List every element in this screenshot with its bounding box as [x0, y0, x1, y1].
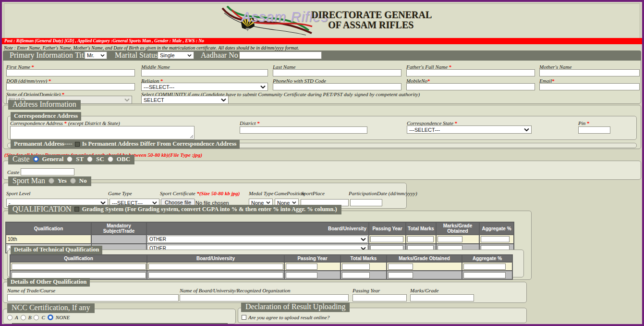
religion-select[interactable]: ---SELECT---: [141, 83, 268, 91]
other-passing-year-input[interactable]: [352, 294, 407, 301]
trade-course-input[interactable]: [7, 294, 179, 301]
board-org-label: Name of Board/University/Recognized Orga…: [180, 288, 290, 293]
declaration-checkbox[interactable]: [242, 315, 246, 320]
qualification-legend: QUALIFICATION Grading System (For Gradin…: [8, 205, 341, 214]
chevron-down-icon: [292, 201, 296, 204]
assam-rifles-logo: Assam Rifles DIRECTORATE GENERAL OF ASSA…: [221, 5, 423, 37]
aggregate-input-row1[interactable]: [481, 236, 510, 242]
grading-system-checkbox[interactable]: [74, 207, 79, 212]
tech-marks-grade-input-row2[interactable]: [388, 272, 413, 278]
permanent-address-legend: Permanent Address---- Is Permanent Addre…: [11, 140, 240, 149]
technical-qualification-table: Qualification Board/University Passing Y…: [10, 254, 513, 280]
game-position-label: GamePosition: [274, 190, 304, 196]
ncc-radio-none[interactable]: [48, 314, 53, 320]
middle-name-input[interactable]: [141, 69, 268, 76]
caste-radio-sc[interactable]: [87, 156, 93, 162]
declaration-legend: Declaration of Result Uploading: [241, 302, 350, 312]
permanent-address-differ-label: Is Permanent Address Differ From Corresp…: [82, 140, 237, 148]
correspondence-state-select[interactable]: ---SELECT---: [407, 125, 532, 134]
address-information-legend: Address Information: [8, 100, 81, 110]
caste-radio-obc[interactable]: [108, 156, 113, 162]
ncc-radio-b[interactable]: [21, 315, 26, 320]
technical-qualification-legend: Details of Technical Qualification: [11, 246, 102, 254]
district-label: District: [240, 120, 256, 126]
tech-aggregate-input-row2[interactable]: [463, 272, 506, 278]
permanent-address-section: Permanent Address---- Is Permanent Addre…: [7, 143, 637, 148]
sport-certificate-label: Sport Certificate: [160, 190, 195, 196]
aadhaar-input[interactable]: [239, 51, 322, 59]
pin-label: Pin: [578, 120, 585, 126]
permanent-address-differ-checkbox[interactable]: [75, 142, 80, 147]
chevron-down-icon: [524, 128, 529, 131]
sport-no-radio[interactable]: [70, 178, 76, 184]
ncc-legend: NCC Certification, If any: [7, 303, 95, 313]
correspondence-address-legend: Correspondence Address: [11, 112, 81, 121]
tech-aggregate-input-row1[interactable]: [463, 263, 506, 270]
participation-date-input[interactable]: [350, 199, 382, 206]
note-line: Note : Enter Name, Father's Name, Mother…: [4, 45, 299, 50]
board-org-input[interactable]: [180, 294, 349, 301]
other-passing-year-label: Passing Year: [352, 288, 380, 293]
ncc-options: A B C NONE: [7, 314, 70, 320]
tech-qualification-input-row1[interactable]: [12, 263, 146, 270]
board-select-row1[interactable]: OTHER: [147, 236, 368, 243]
chevron-down-icon: [187, 54, 192, 57]
chevron-down-icon: [266, 201, 270, 204]
tech-marks-grade-input-row1[interactable]: [388, 263, 413, 270]
dob-input[interactable]: [6, 83, 135, 90]
tech-passing-year-input-row1[interactable]: [286, 263, 317, 270]
tech-total-marks-input-row1[interactable]: [342, 263, 370, 270]
ncc-radio-a[interactable]: [7, 315, 12, 320]
caste-radio-general[interactable]: [33, 156, 39, 162]
total-marks-input-row1[interactable]: [407, 236, 434, 242]
correspondence-address-textarea[interactable]: [10, 126, 194, 139]
chevron-down-icon: [124, 99, 130, 101]
ncc-section: NCC Certification, If any A B C NONE: [3, 309, 236, 324]
marital-status-label: Marital Status :: [115, 51, 162, 60]
other-qualification-legend: Details of Other Qualification: [7, 278, 90, 287]
community-select[interactable]: SELECT: [141, 96, 229, 104]
tech-total-marks-input-row2[interactable]: [342, 272, 370, 278]
other-marks-grade-input[interactable]: [410, 294, 474, 301]
first-name-input[interactable]: [6, 69, 135, 76]
grading-system-label: Grading System (For Grading system, conv…: [82, 206, 337, 213]
sport-place-label: SportPlace: [301, 190, 325, 196]
tech-qualification-input-row2[interactable]: [12, 272, 146, 278]
father-name-input[interactable]: [406, 69, 535, 76]
ncc-radio-c[interactable]: [34, 315, 39, 320]
chevron-down-icon: [361, 238, 366, 241]
chevron-down-icon: [260, 86, 266, 88]
directorate-line1: DIRECTORATE GENERAL: [312, 10, 422, 20]
declaration-section: Declaration of Result Uploading Are you …: [238, 308, 527, 323]
marital-status-select[interactable]: Single: [158, 51, 194, 59]
tech-board-input-row2[interactable]: [148, 272, 283, 278]
sport-man-legend: Sport Man Yes No: [8, 176, 91, 186]
trade-course-label: Name of Trade/Course: [7, 288, 55, 293]
resize-grip-icon[interactable]: [190, 135, 194, 138]
last-name-input[interactable]: [273, 69, 401, 76]
primary-information-title: Primary Information: [10, 51, 73, 60]
passing-year-input-row1[interactable]: [370, 236, 403, 242]
directorate-line2: OF ASSAM RIFLES: [320, 20, 422, 30]
sport-yes-radio[interactable]: [49, 178, 54, 184]
sport-level-label: Sport Level: [6, 190, 30, 196]
email-input[interactable]: [539, 83, 640, 90]
caste-input[interactable]: [21, 168, 74, 176]
pin-input[interactable]: [578, 126, 610, 134]
mother-name-input[interactable]: [539, 69, 640, 76]
tech-board-input-row1[interactable]: [148, 263, 283, 270]
mobile-input[interactable]: [406, 83, 535, 90]
technical-qualification-section: Details of Technical Qualification Quali…: [7, 250, 524, 277]
aadhaar-label: Aadhaar No :: [201, 51, 242, 60]
address-information-section: Address Information Correspondence Addre…: [3, 105, 641, 149]
district-input[interactable]: [240, 126, 367, 134]
marks-grade-input-row1[interactable]: [437, 236, 462, 242]
caste-section: Caste General ST SC OBC Caste: [3, 161, 641, 180]
application-form-page: Assam Rifles DIRECTORATE GENERAL OF ASSA…: [0, 0, 644, 326]
phone-input[interactable]: [273, 83, 401, 90]
primary-information-section: Primary Information Title : Mr. Marital …: [3, 50, 641, 104]
caste-radio-st[interactable]: [67, 156, 73, 162]
title-select[interactable]: Mr.: [85, 51, 107, 59]
chevron-down-icon: [221, 99, 226, 101]
tech-passing-year-input-row2[interactable]: [286, 272, 317, 278]
